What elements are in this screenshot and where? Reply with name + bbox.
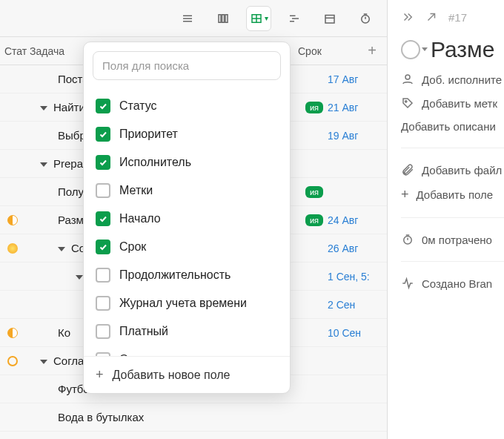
breadcrumb[interactable]: #17 <box>448 11 467 24</box>
col-status[interactable]: Стат <box>0 45 25 57</box>
collapse-panel-icon[interactable] <box>401 10 414 24</box>
board-view-icon[interactable] <box>210 6 236 31</box>
checkbox-icon <box>96 183 110 198</box>
status-indicator <box>0 243 25 254</box>
svg-point-19 <box>405 101 407 102</box>
paperclip-icon <box>401 163 414 176</box>
due-date[interactable]: 17 Авг <box>328 73 387 85</box>
field-option-label: Статус <box>119 99 157 113</box>
attach-files-button[interactable]: Добавить файл <box>401 163 504 176</box>
field-option[interactable]: Продолжительность <box>84 261 290 289</box>
field-option[interactable]: Платный <box>84 317 290 346</box>
tag-icon <box>401 96 414 110</box>
col-due[interactable]: Срок <box>298 45 357 57</box>
svg-rect-12 <box>325 15 334 23</box>
field-option[interactable]: Метки <box>84 176 290 205</box>
due-date[interactable]: 21 Авг <box>328 102 387 113</box>
svg-line-17 <box>428 14 435 21</box>
status-indicator <box>0 215 25 225</box>
task-title[interactable]: Разме <box>431 37 494 62</box>
field-option[interactable]: Срок <box>84 233 290 261</box>
field-option[interactable]: Начало <box>84 205 290 233</box>
checkbox-icon <box>96 268 110 283</box>
due-date[interactable]: 10 Сен <box>328 327 387 339</box>
svg-rect-5 <box>225 14 228 22</box>
checkbox-icon <box>96 155 110 170</box>
separator <box>401 217 504 218</box>
svg-rect-4 <box>222 14 225 22</box>
assignee-button[interactable]: Доб. исполните <box>401 73 504 86</box>
checkbox-icon <box>96 296 110 311</box>
view-toolbar: ▾ <box>0 0 387 37</box>
table-row[interactable]: Вода в бутылках <box>0 403 387 432</box>
due-date[interactable]: 19 Авг <box>328 130 387 142</box>
activity-icon <box>401 277 414 290</box>
field-option[interactable]: Исполнитель <box>84 148 290 176</box>
table-row[interactable]: Вода в бутылках <box>0 432 387 439</box>
svg-point-18 <box>405 75 410 79</box>
separator <box>401 148 504 148</box>
separator <box>401 261 504 262</box>
detail-panel: #17 Разме Доб. исполните Добавить метк Д… <box>388 0 504 439</box>
time-spent[interactable]: 0м потрачено <box>401 233 504 246</box>
calendar-view-icon[interactable] <box>317 6 342 31</box>
status-indicator <box>0 328 25 338</box>
field-option[interactable]: Статус <box>84 92 290 120</box>
plus-icon: + <box>401 187 409 202</box>
created-by: Создано Bran <box>401 277 504 290</box>
description-field[interactable]: Добавить описани <box>401 120 504 133</box>
field-option-label: Приоритет <box>119 128 178 141</box>
add-new-field-button[interactable]: + Добавить новое поле <box>84 356 290 393</box>
gantt-view-icon[interactable] <box>282 6 307 31</box>
field-option[interactable]: Приоритет <box>84 120 290 148</box>
task-name[interactable]: Вода в бутылках <box>25 411 323 423</box>
table-view-icon[interactable]: ▾ <box>246 6 271 31</box>
field-option-label: Метки <box>119 184 153 197</box>
stopwatch-icon <box>401 233 414 246</box>
field-option-label: Исполнитель <box>119 156 191 169</box>
expand-icon[interactable] <box>425 10 438 24</box>
checkbox-icon <box>96 324 110 339</box>
field-option[interactable]: Журнал учета времени <box>84 289 290 317</box>
field-options-list: СтатусПриоритетИсполнительМеткиНачалоСро… <box>84 89 290 356</box>
due-date[interactable]: 2 Сен <box>328 299 387 311</box>
person-icon <box>401 73 414 86</box>
status-indicator <box>0 356 25 366</box>
due-date[interactable]: 1 Сен, 5: <box>328 271 387 283</box>
timer-view-icon[interactable] <box>353 6 378 31</box>
fields-popover: Поля для поиска СтатусПриоритетИсполните… <box>83 42 291 394</box>
tags-button[interactable]: Добавить метк <box>401 96 504 110</box>
field-option-label: Продолжительность <box>119 268 231 282</box>
checkbox-icon <box>96 99 110 113</box>
checkbox-icon <box>96 211 110 226</box>
checkbox-icon <box>96 127 110 142</box>
field-search-input[interactable]: Поля для поиска <box>93 51 281 80</box>
plus-icon: + <box>96 367 104 383</box>
checkbox-icon <box>96 240 110 254</box>
field-option-label: Начало <box>119 212 161 225</box>
add-column-button[interactable]: + <box>357 42 387 59</box>
add-field-button[interactable]: +Добавить поле <box>401 187 504 202</box>
field-option-label: Журнал учета времени <box>119 297 247 310</box>
field-option[interactable]: Оценка <box>84 346 290 356</box>
due-date[interactable]: 26 Авг <box>328 242 387 254</box>
field-option-label: Срок <box>119 240 146 254</box>
list-view-icon[interactable] <box>175 6 200 31</box>
svg-rect-3 <box>219 14 221 22</box>
status-circle-button[interactable] <box>401 40 420 59</box>
due-date[interactable]: 24 Авг <box>328 214 387 226</box>
field-option-label: Платный <box>119 325 168 338</box>
